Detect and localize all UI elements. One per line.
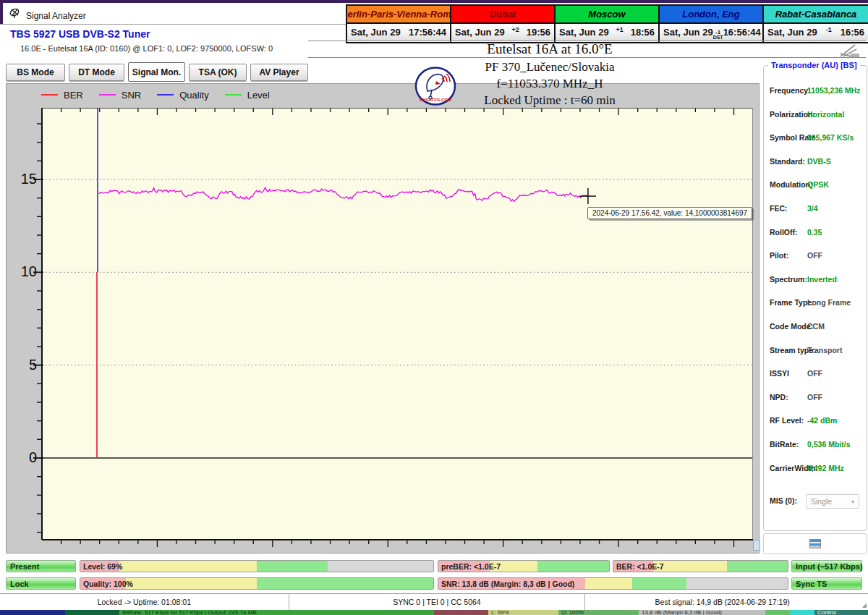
background-strip-segment (65, 610, 119, 615)
background-strip-segment (765, 610, 790, 615)
tp-label-mis: MIS (0): (770, 496, 797, 505)
tp-value-modulation: QPSK (807, 180, 829, 189)
mode-tabs: BS ModeDT ModeSignal Mon.TSA (OK)AV Play… (6, 64, 312, 82)
statusbar-best-signal: Best signal: 14,9 dB (2024-06-29 17:19) (584, 594, 859, 610)
background-strip-segment: Q: 100% (558, 610, 639, 615)
list-stripes-icon (809, 539, 821, 548)
tp-label-rolloff: RollOff: (770, 228, 798, 237)
tp-label-standard: Standard: (770, 157, 805, 166)
header-rule-bottom (308, 57, 866, 58)
status-progress-ber: BER: <1.0E-7 (613, 560, 788, 572)
clock-city-label: Moscow (556, 6, 658, 24)
status-row-2: LockQuality: 100%SNR: 13,8 dB (Margin: 8… (0, 577, 868, 591)
tp-value-carrierwidth: 0,492 MHz (807, 464, 844, 472)
tp-label-issyi: ISSYI (770, 369, 789, 378)
tab-bs-mode[interactable]: BS Mode (6, 64, 65, 81)
status-badge-lock: Lock (6, 577, 76, 590)
clock-time: Sat, Jun 29+118:56 (556, 24, 658, 41)
clock-berlin-paris-vienna-roma: Berlin-Paris-Vienna-RomaSat, Jun 2917:56… (347, 6, 451, 42)
clock-time: Sat, Jun 29-116:56 (764, 24, 868, 41)
status-progress-quality: Quality: 100% (80, 577, 434, 590)
chart-container: BERSNRQualityLevel 051015 (6, 83, 760, 554)
y-tick-label: 10 (7, 263, 37, 280)
y-tick-label: 0 (7, 449, 37, 466)
transponder-panel: Frequency:11053,236 MHzPolarization:Hori… (763, 65, 867, 531)
tp-value-fec: 3/4 (807, 204, 818, 213)
tab-signal-mon[interactable]: Signal Mon. (128, 62, 185, 82)
background-strip-segment (434, 610, 488, 615)
background-strip-segment: BitRate: 517 Kbps for 517 Kbps | Output:… (119, 610, 434, 615)
tp-label-bitrate: BitRate: (770, 440, 799, 449)
dxsatcs-logo: DXSATCS.COM (414, 67, 456, 106)
resize-grip[interactable]: ◢ (859, 594, 868, 610)
tp-value-npd: OFF (807, 393, 822, 402)
clock-city-label: Berlin-Paris-Vienna-Roma (347, 6, 450, 24)
chart-tooltip: 2024-06-29 17.56.42, value: 14,100000381… (587, 207, 752, 219)
status-badge-sync-ts: Sync TS (791, 577, 862, 590)
bar-segment-yellow (653, 561, 726, 572)
tuner-title: TBS 5927 USB DVB-S2 Tuner (10, 28, 150, 40)
tp-value-bitrate: 0,536 Mbit/s (807, 440, 851, 449)
header-frequency: f=11053.370 MHz_H (318, 77, 781, 91)
status-bar: Locked -> Uptime: 01:08:01 SYNC 0 | TEI … (0, 593, 868, 610)
mis-select[interactable]: Single▾ (806, 494, 859, 509)
tp-value-issyi: OFF (807, 369, 822, 378)
tp-value-frame-type: Long Frame (807, 298, 851, 307)
tp-value-rf-level: -42 dBm (807, 416, 837, 425)
tp-label-pilot: Pilot: (770, 251, 788, 260)
header-uptime: Locked Uptime : t=60 min (318, 93, 781, 108)
tuner-subtitle: 16.0E - Eutelsat 16A (ID: 0160) @ LOF1: … (20, 44, 273, 53)
status-progress-snr: SNR: 13,8 dB (Margin: 8,3 dB | Good) (438, 577, 788, 590)
bar-segment-green (537, 561, 609, 572)
tp-value-frequency: 11053,236 MHz (807, 86, 861, 95)
status-row-1: PresentLevel: 69%preBER: <1.0E-7BER: <1.… (0, 560, 868, 574)
app-dish-icon (9, 7, 22, 20)
tab-tsa-ok[interactable]: TSA (OK) (189, 64, 247, 81)
bar-label: BER: <1.0E-7 (616, 561, 664, 572)
bar-segment-green (257, 578, 433, 589)
bar-segment-green (257, 561, 328, 572)
tp-value-polarization: Horizontal (807, 110, 844, 119)
bar-segment-yellow (585, 578, 632, 589)
world-clocks: Berlin-Paris-Vienna-RomaSat, Jun 2917:56… (346, 4, 868, 43)
background-strip-segment: L: 69% (488, 610, 558, 615)
bar-segment-green (727, 561, 788, 572)
legend-item-quality: Quality (157, 90, 208, 101)
tp-value-standard: DVB-S (807, 157, 831, 166)
chart-scroll-thumb[interactable] (753, 540, 760, 551)
signal-chart[interactable] (32, 108, 756, 549)
export-button[interactable] (763, 533, 867, 554)
clock-city-label: Rabat-Casablanca (764, 6, 868, 24)
tab-dt-mode[interactable]: DT Mode (69, 64, 124, 81)
tab-av-player[interactable]: AV Player (250, 64, 308, 81)
signal-analyzer-window: Signal Analyzer TBS 5927 USB DVB-S2 Tune… (0, 0, 868, 615)
header-location: PF 370_Lučenec/Slovakia (318, 60, 781, 75)
clock-city-label: Dubai (451, 6, 554, 24)
tp-value-spectrum: Inverted (807, 275, 837, 284)
transponder-panel-title: Transponder (AU) [BS] (768, 61, 860, 69)
window-title: Signal Analyzer (26, 11, 86, 21)
tp-label-fec: FEC: (770, 204, 788, 213)
bar-label: Level: 69% (83, 561, 122, 572)
legend-line-icon (157, 94, 174, 96)
bar-label: preBER: <1.0E-7 (441, 561, 501, 572)
tp-value-code-mode: CCM (807, 322, 825, 331)
legend-item-ber: BER (41, 90, 83, 101)
tp-value-stream-type: Transport (807, 346, 842, 355)
clock-moscow: MoscowSat, Jun 29+118:56 (556, 6, 660, 42)
background-strip-segment: Control (814, 610, 868, 615)
bar-segment-yellow (126, 578, 257, 589)
background-window-strip: BitRate: 517 Kbps for 517 Kbps | Output:… (0, 610, 868, 615)
bar-segment-yellow (119, 561, 257, 572)
tp-label-rf-level: RF Level: (770, 416, 804, 425)
bar-label: Quality: 100% (83, 578, 133, 590)
status-badge-input-517-kbps: Input (~517 Kbps) (791, 560, 862, 572)
tp-label-modulation: Modulation: (770, 180, 812, 189)
tp-label-spectrum: Spectrum: (770, 275, 807, 284)
clock-london-eng: London, EngSat, Jun 29-1DST16:56:44 (660, 6, 764, 42)
status-badge-present: Present (6, 560, 76, 572)
chart-legend: BERSNRQualityLevel (41, 88, 286, 102)
tp-value-pilot: OFF (807, 251, 822, 260)
header-satellite: Eutelsat 16A at 16.0°E (318, 41, 781, 57)
clock-time: Sat, Jun 29+219:56 (451, 24, 554, 41)
